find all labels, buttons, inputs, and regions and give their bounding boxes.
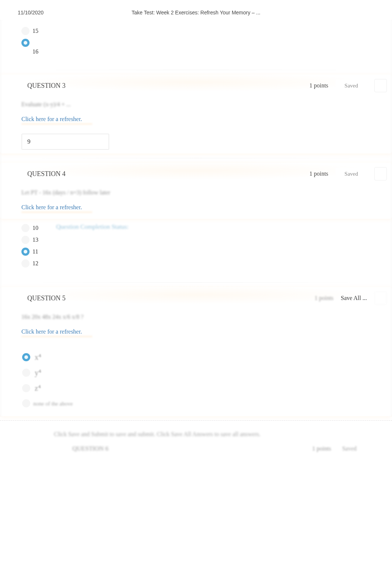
radio-icon <box>22 399 30 407</box>
q5-option-b[interactable]: y⁴ <box>22 368 371 377</box>
radio-icon-selected <box>22 353 30 361</box>
radio-icon-selected <box>21 248 30 256</box>
q4-header: QUESTION 4 1 points Saved <box>0 163 392 184</box>
bottom-banner: Click Save and Submit to save and submit… <box>0 420 392 459</box>
q4-option-10[interactable]: 10 <box>21 224 371 232</box>
divider <box>22 282 370 283</box>
q2-option-15-label: 15 <box>32 28 38 34</box>
q4-option-11-label: 11 <box>32 248 38 255</box>
radio-icon <box>21 224 30 232</box>
radio-icon-selected <box>21 39 30 47</box>
q4-points: 1 points <box>309 170 328 177</box>
q5-option-b-img: y⁴ <box>35 368 41 377</box>
radio-icon <box>21 236 30 244</box>
divider <box>22 70 370 70</box>
q3-save-badge[interactable] <box>374 79 387 92</box>
q3-meta: 1 points Saved <box>309 79 387 92</box>
q5-option-c-img: z⁴ <box>35 384 41 393</box>
q5-title: QUESTION 5 <box>27 294 314 302</box>
q4-options: 10 13 11 12 <box>0 219 392 278</box>
q4-saved-button[interactable]: Saved <box>336 168 367 180</box>
q4-expression: Let PT ‑ 16x (days / n=3) follow later <box>21 189 371 196</box>
q5-meta: 1 points Save All ... <box>314 292 387 305</box>
q3-refresher-link[interactable]: Click here for a refresher. <box>21 116 82 123</box>
q3-title: QUESTION 3 <box>27 82 309 90</box>
question-5: QUESTION 5 1 points Save All ... 16x 20x… <box>0 287 392 416</box>
q5-expression: 16x 20x 48x 24x x/6 x/8 ? <box>21 314 371 320</box>
q4-option-10-label: 10 <box>32 225 38 231</box>
radio-icon <box>22 369 30 377</box>
q4-option-11[interactable]: 11 <box>21 248 371 256</box>
question-6-header: QUESTION 6 1 points Saved <box>10 441 385 455</box>
q5-none-label: none of the above <box>33 401 73 407</box>
radio-icon <box>21 259 30 268</box>
q5-options: x⁴ y⁴ z⁴ none of the above <box>0 345 392 415</box>
q4-option-12[interactable]: 12 <box>21 259 371 268</box>
q3-header: QUESTION 3 1 points Saved <box>0 75 392 96</box>
q4-body: Let PT ‑ 16x (days / n=3) follow later C… <box>0 184 392 217</box>
q6-points: 1 points <box>312 445 331 452</box>
q5-option-a-img: x⁴ <box>35 353 41 362</box>
divider <box>22 158 370 158</box>
q5-points: 1 points <box>314 295 333 301</box>
header-date: 11/10/2020 <box>18 10 44 15</box>
q3-expression: Evaluate (x-y)/4 + ... <box>21 101 371 108</box>
question-4: QUESTION 4 1 points Saved Let PT ‑ 16x (… <box>0 163 392 219</box>
page-header: 11/10/2020 Take Test: Week 2 Exercises: … <box>0 0 392 20</box>
q2-option-16-label: 16 <box>32 48 379 55</box>
q4-option-12-label: 12 <box>32 260 38 267</box>
radio-icon <box>21 27 30 35</box>
q5-refresher-link[interactable]: Click here for a refresher. <box>21 328 82 335</box>
q2-option-15[interactable]: 15 <box>21 27 379 35</box>
q6-saved: Saved <box>342 445 357 452</box>
question-3: QUESTION 3 1 points Saved Evaluate (x-y)… <box>0 75 392 154</box>
q4-refresher-link[interactable]: Click here for a refresher. <box>21 204 82 211</box>
q5-option-none[interactable]: none of the above <box>22 399 371 407</box>
q5-header: QUESTION 5 1 points Save All ... <box>0 288 392 308</box>
q3-saved-button[interactable]: Saved <box>336 80 367 92</box>
q5-body: 16x 20x 48x 24x x/6 x/8 ? Click here for… <box>0 308 392 345</box>
q2-options-tail: 15 16 <box>0 20 392 65</box>
submit-instruction: Click Save and Submit to save and submit… <box>10 428 385 441</box>
q2-option-16[interactable]: 16 <box>21 39 379 55</box>
q3-points: 1 points <box>309 82 328 89</box>
q5-option-c[interactable]: z⁴ <box>22 384 371 393</box>
q4-save-badge[interactable] <box>374 167 387 180</box>
q5-save-all[interactable]: Save All ... <box>341 295 367 301</box>
q5-option-a[interactable]: x⁴ <box>22 353 371 362</box>
q4-option-13[interactable]: 13 <box>21 236 371 244</box>
q3-answer-input[interactable] <box>21 134 109 150</box>
q4-title: QUESTION 4 <box>27 170 309 178</box>
q6-title: QUESTION 6 <box>72 445 312 452</box>
q4-meta: 1 points Saved <box>309 167 387 180</box>
header-title: Take Test: Week 2 Exercises: Refresh You… <box>132 10 261 15</box>
test-content: 15 16 QUESTION 3 1 points Saved Evaluate… <box>0 20 392 417</box>
radio-icon <box>22 384 30 392</box>
q3-body: Evaluate (x-y)/4 + ... Click here for a … <box>0 96 392 153</box>
q4-option-13-label: 13 <box>32 237 38 243</box>
q5-save-badge[interactable] <box>374 292 387 305</box>
